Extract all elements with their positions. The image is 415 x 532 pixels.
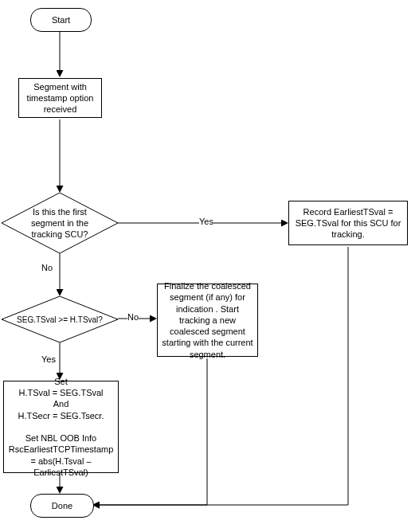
start-node: Start (30, 8, 92, 32)
first-segment-text: Is this the first segment in the trackin… (16, 206, 104, 241)
done-node: Done (30, 494, 94, 518)
set-block-node: Set H.TSval = SEG.TSval And H.TSecr = SE… (3, 381, 119, 473)
set-block-text: Set H.TSval = SEG.TSval And H.TSecr = SE… (7, 376, 115, 479)
first-segment-decision: Is this the first segment in the trackin… (2, 193, 118, 253)
record-earliest-node: Record EarliestTSval = SEG.TSval for thi… (288, 201, 408, 245)
no-label-2: No (127, 312, 139, 322)
record-earliest-text: Record EarliestTSval = SEG.TSval for thi… (292, 206, 404, 241)
yes-label-2: Yes (41, 354, 56, 364)
no-label-1: No (41, 263, 53, 272)
tsval-compare-decision: SEG.TSval >= H.TSval? (2, 296, 118, 342)
finalize-node: Finalize the coalesced segment (if any) … (157, 284, 258, 357)
start-label: Start (52, 15, 70, 25)
tsval-compare-text: SEG.TSval >= H.TSval? (17, 315, 103, 325)
segment-received-text: Segment with timestamp option received (22, 81, 98, 115)
done-label: Done (52, 501, 72, 510)
segment-received-node: Segment with timestamp option received (18, 78, 102, 118)
yes-label-1: Yes (199, 217, 213, 226)
finalize-text: Finalize the coalesced segment (if any) … (161, 280, 254, 360)
